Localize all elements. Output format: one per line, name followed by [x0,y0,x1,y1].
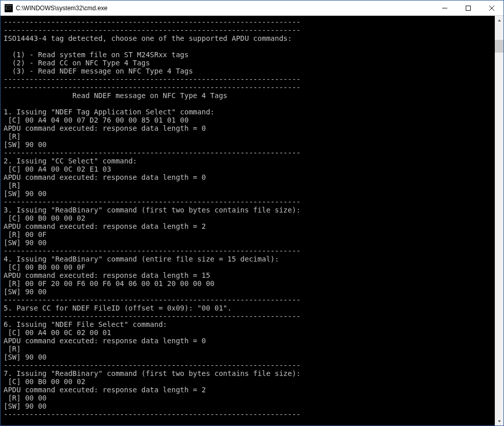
minimize-button[interactable] [433,1,457,16]
cmd-icon: C:\ [5,4,13,12]
svg-text:C:\: C:\ [6,6,12,11]
window-title: C:\WINDOWS\system32\cmd.exe [16,5,107,12]
svg-rect-4 [466,6,471,10]
scroll-down-button[interactable] [495,417,503,425]
scroll-up-button[interactable] [495,16,503,25]
terminal-output[interactable]: ----------------------------------------… [1,16,495,425]
client-area: ----------------------------------------… [1,16,503,425]
window-frame: C:\ C:\WINDOWS\system32\cmd.exe --------… [0,0,504,426]
svg-rect-3 [442,8,447,8]
scrollbar-track[interactable] [495,25,503,417]
svg-marker-7 [498,19,501,21]
maximize-button[interactable] [457,1,480,16]
vertical-scrollbar[interactable] [495,16,503,425]
title-bar[interactable]: C:\ C:\WINDOWS\system32\cmd.exe [1,1,503,16]
close-button[interactable] [480,1,503,16]
svg-marker-8 [498,420,501,422]
scrollbar-thumb[interactable] [495,40,503,53]
